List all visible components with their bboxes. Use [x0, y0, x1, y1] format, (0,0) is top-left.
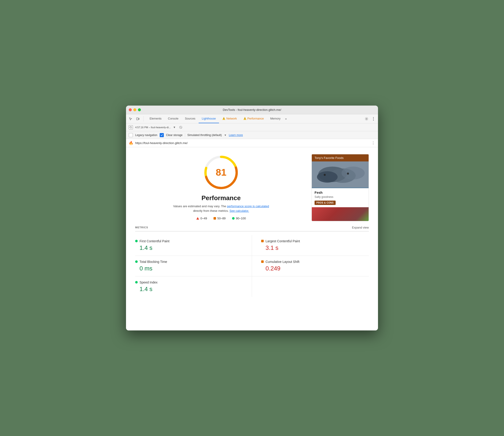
fcp-status-icon — [135, 240, 138, 242]
metrics-title: METRICS — [135, 226, 148, 229]
fish-svg — [312, 162, 369, 187]
svg-point-5 — [373, 120, 374, 120]
score-value: 81 — [216, 167, 227, 178]
tbt-status-icon — [135, 260, 138, 263]
device-icon[interactable] — [135, 116, 141, 122]
svg-rect-1 — [138, 118, 139, 119]
dropdown-icon[interactable]: ▼ — [173, 126, 176, 129]
more-tabs-button[interactable]: » — [284, 117, 288, 121]
svg-point-14 — [317, 171, 338, 183]
preview-card: Tony's Favorite Foods — [312, 154, 369, 221]
average-label: 50–89 — [217, 217, 226, 220]
metrics-section: METRICS Expand view First Contentful Pai… — [126, 226, 378, 304]
si-status-icon — [135, 281, 138, 283]
inspect-icon[interactable] — [128, 116, 133, 122]
legacy-nav-label: Legacy navigation — [135, 134, 157, 137]
cls-status-icon — [261, 260, 264, 263]
devtools-nav: Elements Console Sources Lighthouse ⚠️ N… — [126, 114, 378, 123]
svg-point-3 — [373, 117, 374, 118]
session-label: 4:57:16 PM – foul-heavenly-di... — [135, 126, 171, 129]
tab-lighthouse[interactable]: Lighthouse — [199, 114, 219, 123]
preview-fish-image — [312, 162, 369, 188]
score-title: Performance — [201, 194, 240, 202]
more-options-icon[interactable] — [371, 116, 376, 122]
reload-button[interactable] — [129, 125, 133, 129]
lcp-name: Largest Contentful Paint — [266, 239, 300, 243]
legacy-nav-checkbox[interactable] — [129, 133, 133, 137]
cls-value: 0.249 — [266, 265, 369, 272]
learn-more-link[interactable]: Learn more — [229, 134, 243, 137]
calculator-link[interactable]: See calculator. — [229, 209, 249, 212]
metric-lcp-header: Largest Contentful Paint — [261, 239, 369, 243]
tbt-name: Total Blocking Time — [139, 260, 167, 263]
tab-network[interactable]: ⚠️ Network — [219, 114, 240, 123]
tab-memory[interactable]: Memory — [267, 114, 284, 123]
si-value: 1.4 s — [139, 286, 243, 293]
lcp-status-icon — [261, 240, 264, 242]
preview-panel: Tony's Favorite Foods — [312, 154, 369, 221]
metric-si-header: Speed Index — [135, 281, 243, 284]
average-icon — [213, 217, 216, 220]
traffic-lights — [129, 108, 141, 111]
legend-fail: 0–49 — [196, 217, 207, 220]
window-title: DevTools - foul-heavenly-direction.glitc… — [223, 108, 281, 111]
main-content: 81 Performance Values are estimated and … — [126, 147, 378, 330]
tab-performance[interactable]: ⚠️ Performance — [240, 114, 267, 123]
fail-label: 0–49 — [201, 217, 207, 220]
fail-icon — [196, 217, 199, 220]
tab-sources[interactable]: Sources — [182, 114, 199, 123]
no-throttle-icon[interactable] — [178, 125, 183, 130]
metric-fcp-header: First Contentful Paint — [135, 239, 243, 243]
score-legend: 0–49 50–89 90–100 — [196, 217, 246, 220]
score-circle: 81 — [203, 154, 239, 191]
throttle-label: Simulated throttling (default) — [187, 134, 222, 137]
nav-tabs: Elements Console Sources Lighthouse ⚠️ N… — [147, 114, 364, 123]
close-button[interactable] — [129, 108, 132, 111]
tab-elements[interactable]: Elements — [147, 114, 165, 123]
settings-icon[interactable] — [364, 116, 369, 122]
preview-body: Fesh Salty goodness PROS & CONS — [312, 188, 369, 207]
fcp-value: 1.4 s — [139, 244, 243, 251]
svg-rect-0 — [137, 118, 138, 120]
preview-item-name: Fesh — [314, 191, 366, 194]
nav-icons — [128, 116, 144, 122]
preview-item-desc: Salty goodness — [314, 195, 366, 199]
clear-storage-label: Clear storage — [166, 134, 183, 137]
options-row: Legacy navigation Clear storage Simulate… — [126, 131, 378, 139]
url-text: https://foul-heavenly-direction.glitch.m… — [135, 141, 369, 145]
preview-cta-button[interactable]: PROS & CONS — [314, 200, 336, 205]
performance-warning-icon: ⚠️ — [243, 117, 247, 120]
metric-si: Speed Index 1.4 s — [135, 276, 252, 297]
svg-point-17 — [347, 173, 349, 174]
network-warning-icon: ⚠️ — [222, 117, 225, 120]
pass-label: 90–100 — [236, 217, 246, 220]
devtools-window: DevTools - foul-heavenly-direction.glitc… — [126, 106, 378, 330]
tbt-value: 0 ms — [139, 265, 243, 272]
score-left: 81 Performance Values are estimated and … — [135, 154, 307, 221]
fcp-name: First Contentful Paint — [139, 239, 170, 243]
svg-point-4 — [373, 118, 374, 119]
site-favicon: 🔥 — [129, 141, 133, 145]
toolbar-separator — [185, 133, 185, 137]
tab-console[interactable]: Console — [165, 114, 182, 123]
throttle-dropdown-icon[interactable]: ▼ — [224, 134, 227, 136]
metrics-header: METRICS Expand view — [135, 226, 369, 232]
legend-average: 50–89 — [213, 217, 226, 220]
maximize-button[interactable] — [138, 108, 141, 111]
url-more-button[interactable]: ⋮ — [371, 141, 375, 145]
metric-lcp: Largest Contentful Paint 3.1 s — [252, 235, 369, 256]
preview-second-image — [312, 207, 369, 221]
preview-card-header: Tony's Favorite Foods — [312, 154, 369, 162]
si-name: Speed Index — [139, 281, 158, 284]
metric-tbt-header: Total Blocking Time — [135, 260, 243, 263]
minimize-button[interactable] — [133, 108, 136, 111]
clear-storage-checkbox[interactable] — [160, 133, 164, 137]
perf-score-link[interactable]: performance score is calculated — [227, 204, 269, 208]
metric-cls-header: Cumulative Layout Shift — [261, 260, 369, 263]
svg-line-7 — [180, 127, 182, 128]
svg-point-15 — [342, 167, 365, 180]
expand-view-button[interactable]: Expand view — [352, 226, 369, 229]
toolbar-row: 4:57:16 PM – foul-heavenly-di... ▼ — [126, 123, 378, 131]
lcp-value: 3.1 s — [266, 244, 369, 251]
metric-cls: Cumulative Layout Shift 0.249 — [252, 256, 369, 276]
